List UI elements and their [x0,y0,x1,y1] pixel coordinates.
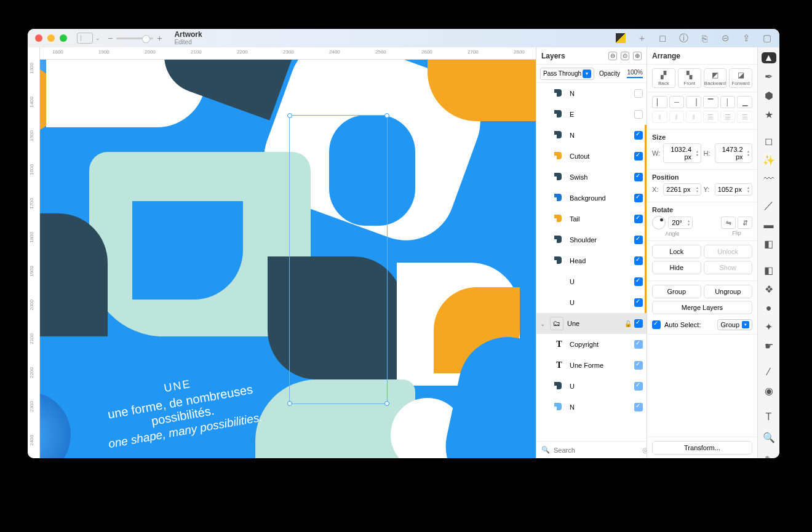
lock-icon[interactable]: 🔓 [624,320,631,327]
layers-options-icon[interactable]: ⊙ [621,52,629,60]
layer-row[interactable]: U [536,271,647,292]
layer-visibility-checkbox[interactable] [634,403,643,411]
pen-tool[interactable]: ✒ [762,71,776,82]
history-icon[interactable]: ⎘ [699,33,709,43]
lasso-tool[interactable]: 〰 [762,173,776,185]
layer-row[interactable]: Background [536,188,647,208]
layer-row[interactable]: Tail [536,208,647,229]
unlock-button[interactable]: Unlock [704,245,753,258]
distribute-center-h-button[interactable]: ⦀ [669,111,685,123]
clone-tool[interactable]: ❖ [762,284,776,295]
layer-visibility-checkbox[interactable] [634,131,643,140]
y-input[interactable]: 1052 px▴▾ [715,183,753,196]
forward-button[interactable]: ◪Forward [729,68,752,88]
hand-tool[interactable]: ✎ [762,452,776,458]
height-input[interactable]: 1473.2 px▴▾ [715,143,753,163]
layer-row[interactable]: Swish [536,167,647,188]
hide-button[interactable]: Hide [652,261,701,274]
backward-button[interactable]: ◩Backward [704,68,727,88]
layer-visibility-checkbox[interactable] [634,298,643,307]
zoom-out-button[interactable]: − [108,33,113,43]
minimize-window-button[interactable] [47,34,55,42]
disclosure-chevron-icon[interactable]: ⌄ [540,320,546,327]
layer-visibility-checkbox[interactable] [634,152,643,161]
share-icon[interactable]: ⇪ [741,33,751,43]
x-input[interactable]: 2261 px▴▾ [663,183,701,196]
show-button[interactable]: Show [704,261,753,274]
layer-row[interactable]: Shoulder [536,229,647,250]
transform-button[interactable]: Transform... [652,441,752,455]
layer-visibility-checkbox[interactable] [634,319,643,328]
auto-select-dropdown[interactable]: Group ▾ [717,319,752,330]
layer-row[interactable]: U [536,376,647,397]
layer-row[interactable]: ⌄🗂Une🔓 [536,313,647,334]
rotate-dial[interactable] [652,216,666,229]
layer-visibility-checkbox[interactable] [634,256,643,265]
zoom-in-button[interactable]: + [157,33,162,43]
layer-row[interactable]: Head [536,250,647,271]
layer-row[interactable]: E [536,104,647,125]
presence-icon[interactable]: ◻︎ [658,33,667,43]
maximize-window-button[interactable] [60,34,67,42]
align-right-button[interactable]: ▕ [686,96,701,108]
brush-tool[interactable]: ／ [762,199,776,212]
angle-input[interactable]: 20°▴▾ [668,216,693,229]
layer-visibility-checkbox[interactable] [634,89,643,98]
zoom-tool[interactable]: 🔍 [762,430,776,445]
layers-tool[interactable]: ◉ [762,385,776,397]
front-button[interactable]: ▚Front [678,68,701,88]
group-button[interactable]: Group [652,285,701,298]
layer-visibility-checkbox[interactable] [634,340,643,349]
layer-visibility-checkbox[interactable] [634,215,643,223]
star-tool[interactable]: ★ [762,109,776,121]
settings-menu-icon[interactable]: ⊝ [720,33,730,43]
distribute-right-button[interactable]: ⦀ [686,111,701,123]
selection-bounds[interactable] [289,115,388,404]
smudge-tool[interactable]: ☛ [762,340,776,352]
layer-row[interactable]: N [536,83,647,104]
inspector-toggle-icon[interactable]: ▢ [762,33,772,43]
text-tool[interactable]: T [762,411,776,423]
color-swatch-icon[interactable] [616,33,626,43]
blend-mode-select[interactable]: Pass Through ▾ [540,68,594,80]
marquee-tool[interactable]: ◻ [762,135,776,147]
ungroup-button[interactable]: Ungroup [704,285,753,298]
zoom-slider[interactable] [116,38,153,39]
align-top-button[interactable]: ▔ [703,96,718,108]
layer-visibility-checkbox[interactable] [634,361,643,370]
distribute-center-v-button[interactable]: ☰ [720,111,736,123]
add-layer-icon[interactable]: ⊕ [633,52,642,60]
layer-row[interactable]: TUne Forme [536,355,647,376]
auto-select-checkbox[interactable] [652,320,661,329]
shape-tool[interactable]: ⬢ [762,90,776,101]
sidebar-toggle-button[interactable] [77,33,93,44]
layer-row[interactable]: N [536,397,647,418]
fill-tool[interactable]: ▬ [762,220,776,231]
gradient-tool[interactable]: ◧ [762,238,776,250]
distribute-left-button[interactable]: ⦀ [652,111,667,123]
flip-vertical-button[interactable]: ⇵ [738,216,752,229]
eyedropper-tool[interactable]: ⁄ [762,367,776,378]
layer-row[interactable]: U [536,292,647,313]
layer-search-input[interactable] [554,447,639,454]
lock-button[interactable]: Lock [652,245,701,258]
layer-row[interactable]: Cutout [536,146,647,167]
sharpen-tool[interactable]: ✦ [762,321,776,333]
align-center-h-button[interactable]: ─ [669,96,685,108]
merge-layers-button[interactable]: Merge Layers [652,301,752,314]
align-left-button[interactable]: ▏ [652,96,667,108]
layer-visibility-checkbox[interactable] [634,110,643,119]
flip-horizontal-button[interactable]: ⇋ [721,216,736,229]
distribute-bottom-button[interactable]: ☰ [737,111,752,123]
sidebar-toggle-menu[interactable]: ⌄ [95,35,100,41]
layer-visibility-checkbox[interactable] [634,194,643,202]
align-bottom-button[interactable]: ▁ [737,96,752,108]
opacity-value[interactable]: 100% [627,69,643,78]
layer-visibility-checkbox[interactable] [634,236,643,244]
add-button[interactable]: ＋ [637,33,647,43]
width-input[interactable]: 1032.4 px▴▾ [663,143,701,163]
wand-tool[interactable]: ✨ [762,154,776,166]
back-button[interactable]: ▞Back [652,68,675,88]
layer-row[interactable]: TCopyright [536,334,647,355]
collapse-layers-icon[interactable]: ⊖ [608,52,617,60]
